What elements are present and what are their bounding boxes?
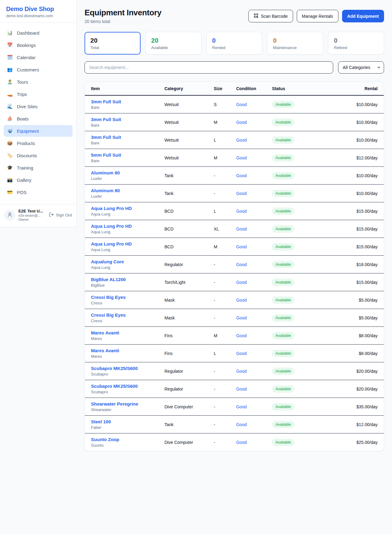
- item-condition-link[interactable]: Good: [236, 351, 247, 356]
- item-name-link[interactable]: Aqua Lung Pro HD: [91, 206, 155, 211]
- sidebar-item-pos[interactable]: 💳POS: [4, 186, 73, 198]
- item-rental-price: $15.00/day: [324, 220, 384, 238]
- item-name-link[interactable]: Suunto Zoop: [91, 437, 155, 442]
- item-name-link[interactable]: BigBlue AL1200: [91, 277, 155, 282]
- sidebar-item-dive-sites[interactable]: 🌊Dive Sites: [4, 101, 73, 112]
- item-condition-link[interactable]: Good: [236, 209, 247, 214]
- item-condition-link[interactable]: Good: [236, 138, 247, 143]
- sidebar-item-customers[interactable]: 👥Customers: [4, 64, 73, 75]
- item-condition-link[interactable]: Good: [236, 227, 247, 231]
- item-name-link[interactable]: 5mm Full Suit: [91, 152, 155, 158]
- sidebar-item-discounts[interactable]: 🏷️Discounts: [4, 150, 73, 161]
- status-badge: Available: [272, 261, 294, 268]
- item-category: Dive Computer: [160, 398, 209, 416]
- sidebar-nav: 📊Dashboard📅Bookings🗓️Calendar👥Customers🏝…: [0, 23, 76, 202]
- item-condition-link[interactable]: Good: [236, 244, 247, 249]
- item-condition-link[interactable]: Good: [236, 102, 247, 107]
- item-rental-price: $8.00/day: [324, 345, 384, 362]
- add-equipment-button[interactable]: Add Equipment: [342, 10, 384, 22]
- item-condition-link[interactable]: Good: [236, 315, 247, 320]
- scan-barcode-button[interactable]: Scan Barcode: [248, 10, 293, 22]
- item-name-link[interactable]: Aqualung Core: [91, 259, 155, 264]
- stat-label: Maintenance: [273, 45, 317, 50]
- item-name-link[interactable]: 3mm Full Suit: [91, 99, 155, 104]
- user-role: Owner: [18, 218, 46, 221]
- item-name-link[interactable]: Scubapro MK25/S600: [91, 366, 155, 371]
- item-condition-link[interactable]: Good: [236, 173, 247, 178]
- dashboard-icon: 📊: [7, 30, 13, 36]
- item-size: S: [209, 95, 231, 113]
- sidebar-item-label: Trips: [17, 92, 27, 97]
- sign-out-button[interactable]: Sign Out: [49, 212, 72, 218]
- item-brand: Faber: [91, 425, 155, 430]
- item-name-link[interactable]: 3mm Full Suit: [91, 117, 155, 122]
- item-condition-link[interactable]: Good: [236, 191, 247, 196]
- dive-sites-icon: 🌊: [7, 104, 13, 109]
- sidebar-item-boats[interactable]: ⛵Boats: [4, 113, 73, 124]
- items-total-count: 20 items total: [85, 19, 161, 24]
- column-header-category: Category: [160, 82, 209, 95]
- item-condition-link[interactable]: Good: [236, 120, 247, 125]
- stat-value: 20: [90, 37, 135, 44]
- item-condition-link[interactable]: Good: [236, 298, 247, 303]
- user-block: E2E Test U... e2e-tester@... Owner Sign …: [0, 204, 76, 226]
- item-rental-price: $10.00/day: [324, 113, 384, 131]
- item-condition-link[interactable]: Good: [236, 369, 247, 374]
- item-condition-link[interactable]: Good: [236, 262, 247, 267]
- item-name-link[interactable]: Aqua Lung Pro HD: [91, 241, 155, 246]
- stat-card-retired[interactable]: 0Retired: [328, 32, 384, 55]
- item-condition-link[interactable]: Good: [236, 333, 247, 338]
- equipment-icon: 🤿: [7, 128, 13, 134]
- item-size: L: [209, 345, 231, 362]
- item-brand: Aqua Lung: [91, 247, 155, 252]
- column-header-size: Size: [209, 82, 231, 95]
- item-name-link[interactable]: Shearwater Peregrine: [91, 401, 155, 406]
- bookings-icon: 📅: [7, 42, 13, 48]
- sidebar-item-equipment[interactable]: 🤿Equipment: [4, 125, 73, 137]
- category-select[interactable]: All Categories: [338, 61, 384, 74]
- manage-rentals-button[interactable]: Manage Rentals: [297, 10, 338, 22]
- table-row: Steel 100FaberTank-GoodAvailable$12.00/d…: [85, 416, 384, 433]
- table-row: 3mm Full SuitBareWetsuitLGoodAvailable$1…: [85, 131, 384, 149]
- item-name-link[interactable]: Cressi Big Eyes: [91, 312, 155, 318]
- sidebar-item-calendar[interactable]: 🗓️Calendar: [4, 51, 73, 63]
- stat-card-available[interactable]: 20Available: [145, 32, 202, 55]
- stat-card-maintenance[interactable]: 0Maintenance: [267, 32, 323, 55]
- item-name-link[interactable]: Scubapro MK25/S600: [91, 383, 155, 389]
- sidebar-item-label: Dashboard: [17, 30, 39, 36]
- status-badge: Available: [272, 350, 294, 357]
- item-name-link[interactable]: Aqua Lung Pro HD: [91, 223, 155, 229]
- sidebar-item-trips[interactable]: 🚤Trips: [4, 88, 73, 100]
- stat-value: 0: [212, 37, 257, 44]
- item-name-link[interactable]: Steel 100: [91, 419, 155, 424]
- sidebar-item-training[interactable]: 🎓Training: [4, 162, 73, 174]
- stat-card-total[interactable]: 20Total: [85, 32, 141, 55]
- item-condition-link[interactable]: Good: [236, 422, 247, 427]
- sidebar-item-dashboard[interactable]: 📊Dashboard: [4, 27, 73, 39]
- column-header-rental: Rental: [324, 82, 384, 95]
- item-name-link[interactable]: Aluminum 80: [91, 170, 155, 175]
- item-name-link[interactable]: Cressi Big Eyes: [91, 295, 155, 300]
- item-condition-link[interactable]: Good: [236, 280, 247, 285]
- item-name-link[interactable]: Mares Avanti: [91, 330, 155, 335]
- sidebar-item-bookings[interactable]: 📅Bookings: [4, 39, 73, 51]
- search-input[interactable]: [85, 61, 333, 74]
- item-condition-link[interactable]: Good: [236, 155, 247, 160]
- item-name-link[interactable]: Mares Avanti: [91, 348, 155, 353]
- item-name-link[interactable]: Aluminum 80: [91, 188, 155, 193]
- sidebar-item-tours[interactable]: 🏝️Tours: [4, 76, 73, 88]
- item-condition-link[interactable]: Good: [236, 404, 247, 409]
- table-row: 3mm Full SuitBareWetsuitSGoodAvailable$1…: [85, 95, 384, 113]
- sidebar-item-label: Customers: [17, 67, 39, 72]
- discounts-icon: 🏷️: [7, 153, 13, 158]
- item-condition-link[interactable]: Good: [236, 387, 247, 391]
- item-name-link[interactable]: 3mm Full Suit: [91, 135, 155, 140]
- user-email: e2e-tester@...: [18, 214, 46, 217]
- item-condition-link[interactable]: Good: [236, 440, 247, 445]
- brand-title[interactable]: Demo Dive Shop: [6, 6, 70, 13]
- sidebar-item-products[interactable]: 📦Products: [4, 137, 73, 149]
- stat-card-rented[interactable]: 0Rented: [206, 32, 262, 55]
- item-rental-price: $15.00/day: [324, 202, 384, 220]
- sidebar-item-gallery[interactable]: 📸Gallery: [4, 174, 73, 186]
- column-header-item: Item: [85, 82, 160, 95]
